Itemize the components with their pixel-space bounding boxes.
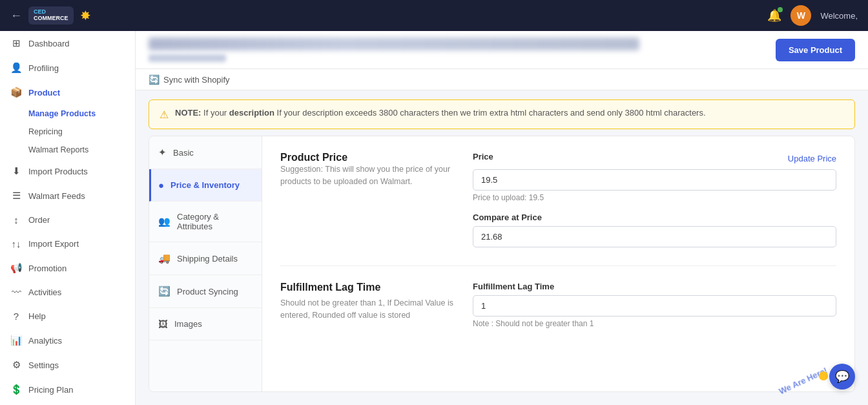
sidebar-item-label: Activities bbox=[28, 287, 61, 297]
note-body: If your description If your description … bbox=[203, 108, 706, 118]
sidebar-item-label: Promotion bbox=[28, 264, 67, 273]
sidebar-item-promotion[interactable]: 📢 Promotion bbox=[0, 256, 135, 280]
fulfillment-form-row: Fulfillment Lag Time Should not be great… bbox=[280, 282, 836, 328]
basic-tab-icon: ✦ bbox=[158, 147, 167, 158]
sidebar-item-import-products[interactable]: ⬇ Import Products bbox=[0, 159, 135, 183]
price-col-right: Price Update Price Price to upload: 19.5… bbox=[473, 152, 836, 247]
product-icon: 📦 bbox=[10, 87, 22, 98]
section-divider bbox=[280, 265, 836, 266]
notification-icon[interactable]: 🔔 bbox=[767, 8, 781, 23]
fulfillment-section-desc: Should not be greater than 1, If Decimal… bbox=[280, 297, 455, 322]
price-section: Product Price Suggestion: This will show… bbox=[280, 152, 836, 247]
compare-at-price-label: Compare at Price bbox=[473, 213, 836, 222]
sidebar-item-profiling[interactable]: 👤 Profiling bbox=[0, 56, 135, 80]
sidebar-item-dashboard[interactable]: ⊞ Dashboard bbox=[0, 31, 135, 56]
update-price-link[interactable]: Update Price bbox=[788, 154, 836, 163]
sidebar-item-pricing-plan[interactable]: 💲 Pricing Plan bbox=[0, 377, 135, 402]
content-area: Save Product 🔄 Sync with Shopify ⚠ NOTE:… bbox=[136, 31, 868, 405]
sidebar: ⊞ Dashboard 👤 Profiling 📦 Product Manage… bbox=[0, 31, 136, 405]
fulfillment-lag-label: Fulfillment Lag Time bbox=[473, 282, 836, 291]
product-syncing-tab-icon: 🔄 bbox=[158, 286, 170, 297]
note-highlighted: description bbox=[229, 108, 274, 118]
note-suffix: If your description exceeds 3800 charact… bbox=[274, 108, 706, 118]
price-section-title: Product Price bbox=[280, 152, 455, 163]
sidebar-item-help[interactable]: ? Help bbox=[0, 304, 135, 328]
fulfillment-lag-input[interactable] bbox=[473, 295, 836, 317]
sync-icon: 🔄 bbox=[149, 74, 160, 85]
price-section-desc: Suggestion: This will show you the price… bbox=[280, 163, 455, 188]
sidebar-item-activities[interactable]: 〰 Activities bbox=[0, 280, 135, 304]
form-panel: Product Price Suggestion: This will show… bbox=[262, 136, 854, 391]
walmart-icon: ✸ bbox=[80, 8, 91, 23]
sidebar-item-label: Import Products bbox=[28, 167, 88, 176]
price-field-label: Price bbox=[473, 152, 493, 161]
walmart-feeds-icon: ☰ bbox=[10, 190, 22, 202]
sidebar-item-label: Profiling bbox=[28, 63, 59, 73]
product-subtitle-blurred bbox=[149, 54, 226, 62]
shipping-details-tab-icon: 🚚 bbox=[158, 253, 170, 264]
tab-product-syncing[interactable]: 🔄 Product Syncing bbox=[149, 275, 262, 308]
sidebar-item-contact-us[interactable]: 📞 Contact Us bbox=[0, 402, 135, 405]
profiling-icon: 👤 bbox=[10, 62, 22, 74]
category-attributes-tab-icon: 👥 bbox=[158, 216, 170, 227]
product-title-blurred bbox=[149, 37, 639, 50]
sidebar-item-label: Import Export bbox=[28, 239, 79, 249]
fulfillment-section: Fulfillment Lag Time Should not be great… bbox=[280, 282, 836, 328]
logo-line2: COMMERCE bbox=[34, 16, 68, 22]
sidebar-item-analytics[interactable]: 📊 Analytics bbox=[0, 328, 135, 353]
compare-at-price-input[interactable] bbox=[473, 226, 836, 247]
sidebar-item-label: Dashboard bbox=[28, 39, 70, 48]
tab-price-inventory[interactable]: ● Price & Inventory bbox=[149, 169, 262, 202]
product-submenu: Manage Products Repricing Walmart Report… bbox=[0, 105, 135, 159]
sync-label: Sync with Shopify bbox=[163, 75, 230, 85]
sidebar-item-import-export[interactable]: ↑↓ Import Export bbox=[0, 232, 135, 256]
sync-shopify-button[interactable]: 🔄 Sync with Shopify bbox=[149, 74, 230, 85]
price-input[interactable] bbox=[473, 169, 836, 191]
tab-shipping-details[interactable]: 🚚 Shipping Details bbox=[149, 242, 262, 275]
chat-widget[interactable]: 💬 bbox=[829, 364, 855, 389]
sidebar-item-walmart-feeds[interactable]: ☰ Walmart Feeds bbox=[0, 183, 135, 208]
warning-icon: ⚠ bbox=[160, 109, 169, 121]
note-text: NOTE: If your description If your descri… bbox=[175, 108, 706, 118]
product-title-area bbox=[149, 37, 639, 62]
save-product-button[interactable]: Save Product bbox=[776, 39, 855, 61]
top-navigation: ← CED COMMERCE ✸ 🔔 W Welcome, bbox=[0, 0, 868, 31]
sidebar-item-product[interactable]: 📦 Product bbox=[0, 80, 135, 105]
fulfillment-hint: Note : Should not be greater than 1 bbox=[473, 319, 836, 328]
sidebar-item-order[interactable]: ↕ Order bbox=[0, 208, 135, 232]
sidebar-sub-repricing[interactable]: Repricing bbox=[28, 123, 135, 141]
tab-basic[interactable]: ✦ Basic bbox=[149, 136, 262, 169]
panel-area: ✦ Basic ● Price & Inventory 👥 Category &… bbox=[149, 136, 855, 392]
back-button[interactable]: ← bbox=[10, 9, 22, 23]
avatar[interactable]: W bbox=[790, 5, 811, 26]
activities-icon: 〰 bbox=[10, 287, 22, 298]
note-prefix: NOTE: bbox=[175, 108, 201, 118]
welcome-text: Welcome, bbox=[820, 11, 858, 21]
tab-category-attributes-label: Category & Attributes bbox=[177, 212, 253, 231]
nav-right: 🔔 W Welcome, bbox=[767, 5, 858, 26]
sidebar-item-label: Product bbox=[28, 88, 60, 98]
main-layout: ⊞ Dashboard 👤 Profiling 📦 Product Manage… bbox=[0, 31, 868, 405]
price-hint: Price to upload: 19.5 bbox=[473, 193, 836, 202]
yellow-dot bbox=[819, 371, 828, 380]
analytics-icon: 📊 bbox=[10, 335, 22, 346]
price-col-left: Product Price Suggestion: This will show… bbox=[280, 152, 455, 247]
tab-list: ✦ Basic ● Price & Inventory 👥 Category &… bbox=[149, 136, 262, 391]
fulfillment-col-left: Fulfillment Lag Time Should not be great… bbox=[280, 282, 455, 328]
sidebar-sub-walmart-reports[interactable]: Walmart Reports bbox=[28, 141, 135, 159]
pricing-plan-icon: 💲 bbox=[10, 384, 22, 395]
tab-images[interactable]: 🖼 Images bbox=[149, 308, 262, 340]
tab-category-attributes[interactable]: 👥 Category & Attributes bbox=[149, 202, 262, 242]
sidebar-item-label: Walmart Feeds bbox=[28, 191, 85, 201]
note-banner: ⚠ NOTE: If your description If your desc… bbox=[149, 99, 855, 129]
nav-left: ← CED COMMERCE ✸ bbox=[10, 6, 91, 25]
sidebar-sub-manage-products[interactable]: Manage Products bbox=[28, 105, 135, 123]
tab-price-inventory-label: Price & Inventory bbox=[170, 180, 240, 190]
sidebar-item-settings[interactable]: ⚙ Settings bbox=[0, 353, 135, 377]
price-inventory-tab-icon: ● bbox=[158, 180, 164, 191]
dashboard-icon: ⊞ bbox=[10, 37, 22, 49]
sidebar-item-label: Analytics bbox=[28, 336, 62, 346]
notification-dot bbox=[778, 7, 783, 12]
tab-images-label: Images bbox=[174, 319, 202, 329]
import-products-icon: ⬇ bbox=[10, 165, 22, 177]
